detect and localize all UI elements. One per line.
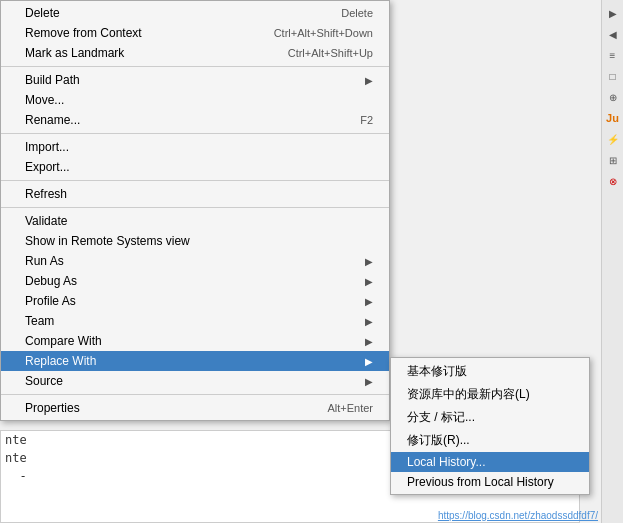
- menu-item-debug-as[interactable]: Debug As ▶: [1, 271, 389, 291]
- menu-item-import-label: Import...: [25, 140, 373, 154]
- menu-item-rename-shortcut: F2: [360, 114, 373, 126]
- menu-item-validate-label: Validate: [25, 214, 373, 228]
- menu-item-remove-shortcut: Ctrl+Alt+Shift+Down: [274, 27, 373, 39]
- sidebar-icon-5[interactable]: ⊕: [604, 88, 622, 106]
- menu-item-properties-label: Properties: [25, 401, 307, 415]
- sidebar-icon-8[interactable]: ⊗: [604, 172, 622, 190]
- menu-item-rename[interactable]: Rename... F2: [1, 110, 389, 130]
- separator-1: [1, 66, 389, 67]
- menu-item-delete-label: Delete: [25, 6, 321, 20]
- menu-item-refresh-label: Refresh: [25, 187, 373, 201]
- submenu-revision-label: 修订版(R)...: [407, 432, 573, 449]
- menu-item-source-label: Source: [25, 374, 365, 388]
- submenu-latest-label: 资源库中的最新内容(L): [407, 386, 573, 403]
- sidebar-icon-4[interactable]: □: [604, 67, 622, 85]
- menu-item-validate[interactable]: Validate: [1, 211, 389, 231]
- submenu-item-previous-local[interactable]: Previous from Local History: [391, 472, 589, 492]
- sidebar-icon-1[interactable]: ▶: [604, 4, 622, 22]
- menu-item-team-label: Team: [25, 314, 365, 328]
- submenu-item-local-history[interactable]: Local History...: [391, 452, 589, 472]
- menu-item-move-label: Move...: [25, 93, 373, 107]
- menu-item-refresh[interactable]: Refresh: [1, 184, 389, 204]
- menu-item-team[interactable]: Team ▶: [1, 311, 389, 331]
- menu-item-rename-label: Rename...: [25, 113, 340, 127]
- menu-item-properties-shortcut: Alt+Enter: [327, 402, 373, 414]
- separator-3: [1, 180, 389, 181]
- arrow-icon-source: ▶: [365, 376, 373, 387]
- menu-item-run-as[interactable]: Run As ▶: [1, 251, 389, 271]
- menu-item-import[interactable]: Import...: [1, 137, 389, 157]
- arrow-icon-replace: ▶: [365, 356, 373, 367]
- submenu-item-revision[interactable]: 修订版(R)...: [391, 429, 589, 452]
- menu-item-debug-label: Debug As: [25, 274, 365, 288]
- sidebar-icon-3[interactable]: ≡: [604, 46, 622, 64]
- menu-item-replace-label: Replace With: [25, 354, 365, 368]
- sidebar-icon-2[interactable]: ◀: [604, 25, 622, 43]
- sidebar-icon-ju[interactable]: Ju: [604, 109, 622, 127]
- sidebar-icon-7[interactable]: ⊞: [604, 151, 622, 169]
- watermark: https://blog.csdn.net/zhaodssddfdf7/: [438, 510, 598, 521]
- context-menu: Delete Delete Remove from Context Ctrl+A…: [0, 0, 390, 421]
- menu-item-export-label: Export...: [25, 160, 373, 174]
- submenu-replace-with: 基本修订版 资源库中的最新内容(L) 分支 / 标记... 修订版(R)... …: [390, 357, 590, 495]
- menu-item-delete[interactable]: Delete Delete: [1, 3, 389, 23]
- menu-item-mark-label: Mark as Landmark: [25, 46, 268, 60]
- arrow-icon-run: ▶: [365, 256, 373, 267]
- menu-item-profile-as[interactable]: Profile As ▶: [1, 291, 389, 311]
- menu-item-build-label: Build Path: [25, 73, 365, 87]
- arrow-icon-compare: ▶: [365, 336, 373, 347]
- menu-item-properties[interactable]: Properties Alt+Enter: [1, 398, 389, 418]
- submenu-item-branch-tag[interactable]: 分支 / 标记...: [391, 406, 589, 429]
- menu-item-delete-shortcut: Delete: [341, 7, 373, 19]
- menu-item-remove-label: Remove from Context: [25, 26, 254, 40]
- sidebar-icon-6[interactable]: ⚡: [604, 130, 622, 148]
- menu-item-run-label: Run As: [25, 254, 365, 268]
- submenu-local-history-label: Local History...: [407, 455, 573, 469]
- arrow-icon-profile: ▶: [365, 296, 373, 307]
- menu-item-profile-label: Profile As: [25, 294, 365, 308]
- separator-4: [1, 207, 389, 208]
- submenu-branch-label: 分支 / 标记...: [407, 409, 573, 426]
- arrow-icon-debug: ▶: [365, 276, 373, 287]
- arrow-icon-team: ▶: [365, 316, 373, 327]
- menu-item-show-remote-label: Show in Remote Systems view: [25, 234, 373, 248]
- sidebar: ▶ ◀ ≡ □ ⊕ Ju ⚡ ⊞ ⊗: [601, 0, 623, 523]
- arrow-icon-build: ▶: [365, 75, 373, 86]
- menu-item-show-remote[interactable]: Show in Remote Systems view: [1, 231, 389, 251]
- menu-item-build-path[interactable]: Build Path ▶: [1, 70, 389, 90]
- separator-2: [1, 133, 389, 134]
- separator-5: [1, 394, 389, 395]
- submenu-previous-label: Previous from Local History: [407, 475, 573, 489]
- submenu-item-latest-repo[interactable]: 资源库中的最新内容(L): [391, 383, 589, 406]
- menu-item-replace-with[interactable]: Replace With ▶: [1, 351, 389, 371]
- submenu-base-label: 基本修订版: [407, 363, 573, 380]
- menu-item-move[interactable]: Move...: [1, 90, 389, 110]
- menu-item-mark-landmark[interactable]: Mark as Landmark Ctrl+Alt+Shift+Up: [1, 43, 389, 63]
- submenu-item-base-revision[interactable]: 基本修订版: [391, 360, 589, 383]
- menu-item-remove-from-context[interactable]: Remove from Context Ctrl+Alt+Shift+Down: [1, 23, 389, 43]
- menu-item-compare-label: Compare With: [25, 334, 365, 348]
- menu-item-source[interactable]: Source ▶: [1, 371, 389, 391]
- menu-item-export[interactable]: Export...: [1, 157, 389, 177]
- menu-item-mark-shortcut: Ctrl+Alt+Shift+Up: [288, 47, 373, 59]
- menu-item-compare-with[interactable]: Compare With ▶: [1, 331, 389, 351]
